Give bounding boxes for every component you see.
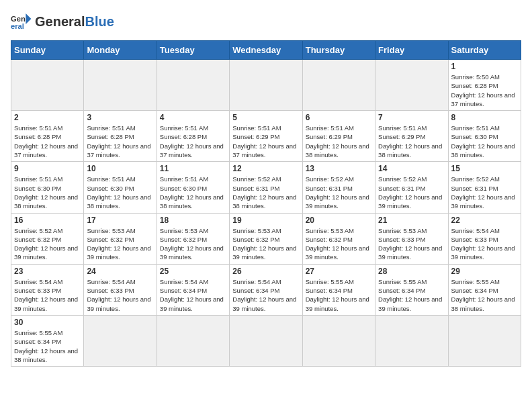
day-number: 23	[14, 267, 81, 276]
calendar-cell: 15Sunrise: 5:52 AMSunset: 6:31 PMDayligh…	[448, 162, 521, 213]
day-number: 2	[14, 113, 81, 122]
col-header-thursday: Thursday	[302, 41, 375, 60]
day-info: Sunrise: 5:52 AMSunset: 6:31 PMDaylight:…	[232, 175, 299, 210]
day-number: 7	[378, 113, 445, 122]
day-number: 16	[14, 216, 81, 225]
calendar-week-row: 1Sunrise: 5:50 AMSunset: 6:28 PMDaylight…	[11, 60, 521, 111]
calendar-cell: 18Sunrise: 5:53 AMSunset: 6:32 PMDayligh…	[157, 213, 229, 264]
day-info: Sunrise: 5:51 AMSunset: 6:30 PMDaylight:…	[160, 175, 226, 210]
calendar-cell: 13Sunrise: 5:52 AMSunset: 6:31 PMDayligh…	[302, 162, 375, 213]
calendar-cell: 19Sunrise: 5:53 AMSunset: 6:32 PMDayligh…	[230, 213, 302, 264]
calendar-cell: 29Sunrise: 5:55 AMSunset: 6:34 PMDayligh…	[448, 264, 521, 315]
day-number: 3	[87, 113, 153, 122]
day-info: Sunrise: 5:50 AMSunset: 6:28 PMDaylight:…	[451, 73, 518, 108]
calendar-cell: 22Sunrise: 5:54 AMSunset: 6:33 PMDayligh…	[448, 213, 521, 264]
day-number: 27	[306, 267, 372, 276]
calendar-cell: 24Sunrise: 5:54 AMSunset: 6:33 PMDayligh…	[84, 264, 157, 315]
day-number: 8	[451, 113, 518, 122]
calendar-cell: 20Sunrise: 5:53 AMSunset: 6:32 PMDayligh…	[302, 213, 375, 264]
calendar-cell	[84, 315, 157, 366]
day-info: Sunrise: 5:51 AMSunset: 6:30 PMDaylight:…	[87, 175, 153, 210]
calendar-cell: 30Sunrise: 5:55 AMSunset: 6:34 PMDayligh…	[11, 315, 84, 366]
day-info: Sunrise: 5:54 AMSunset: 6:33 PMDaylight:…	[451, 226, 518, 262]
day-number: 13	[306, 164, 372, 173]
day-info: Sunrise: 5:51 AMSunset: 6:28 PMDaylight:…	[160, 124, 226, 159]
day-info: Sunrise: 5:52 AMSunset: 6:31 PMDaylight:…	[378, 175, 445, 210]
logo: Gen eral GeneralBlue	[11, 11, 114, 32]
day-number: 9	[14, 164, 81, 173]
calendar-cell: 23Sunrise: 5:54 AMSunset: 6:33 PMDayligh…	[11, 264, 84, 315]
day-info: Sunrise: 5:51 AMSunset: 6:28 PMDaylight:…	[87, 124, 153, 159]
calendar-cell	[230, 315, 302, 366]
calendar-table: SundayMondayTuesdayWednesdayThursdayFrid…	[11, 40, 521, 367]
day-info: Sunrise: 5:54 AMSunset: 6:33 PMDaylight:…	[87, 277, 153, 313]
calendar-week-row: 23Sunrise: 5:54 AMSunset: 6:33 PMDayligh…	[11, 264, 521, 315]
day-info: Sunrise: 5:55 AMSunset: 6:34 PMDaylight:…	[306, 277, 372, 313]
calendar-cell: 17Sunrise: 5:53 AMSunset: 6:32 PMDayligh…	[84, 213, 157, 264]
logo-blue-text: Blue	[85, 14, 114, 29]
calendar-cell: 9Sunrise: 5:51 AMSunset: 6:30 PMDaylight…	[11, 162, 84, 213]
calendar-cell: 10Sunrise: 5:51 AMSunset: 6:30 PMDayligh…	[84, 162, 157, 213]
calendar-week-row: 16Sunrise: 5:52 AMSunset: 6:32 PMDayligh…	[11, 213, 521, 264]
day-number: 26	[232, 267, 299, 276]
calendar-cell	[375, 315, 448, 366]
day-info: Sunrise: 5:51 AMSunset: 6:28 PMDaylight:…	[14, 124, 81, 159]
calendar-cell: 4Sunrise: 5:51 AMSunset: 6:28 PMDaylight…	[157, 111, 229, 162]
calendar-cell: 27Sunrise: 5:55 AMSunset: 6:34 PMDayligh…	[302, 264, 375, 315]
day-number: 24	[87, 267, 153, 276]
calendar-cell	[302, 60, 375, 111]
day-number: 19	[232, 216, 299, 225]
col-header-friday: Friday	[375, 41, 448, 60]
day-info: Sunrise: 5:55 AMSunset: 6:34 PMDaylight:…	[378, 277, 445, 313]
calendar-cell: 8Sunrise: 5:51 AMSunset: 6:30 PMDaylight…	[448, 111, 521, 162]
calendar-cell: 6Sunrise: 5:51 AMSunset: 6:29 PMDaylight…	[302, 111, 375, 162]
day-number: 30	[14, 318, 81, 327]
day-info: Sunrise: 5:52 AMSunset: 6:31 PMDaylight:…	[306, 175, 372, 210]
day-info: Sunrise: 5:51 AMSunset: 6:30 PMDaylight:…	[14, 175, 81, 210]
day-number: 5	[232, 113, 299, 122]
day-info: Sunrise: 5:55 AMSunset: 6:34 PMDaylight:…	[451, 277, 518, 313]
day-number: 4	[160, 113, 226, 122]
day-number: 20	[306, 216, 372, 225]
day-info: Sunrise: 5:55 AMSunset: 6:34 PMDaylight:…	[14, 328, 81, 364]
day-info: Sunrise: 5:51 AMSunset: 6:29 PMDaylight:…	[378, 124, 445, 159]
col-header-tuesday: Tuesday	[157, 41, 229, 60]
day-info: Sunrise: 5:51 AMSunset: 6:29 PMDaylight:…	[306, 124, 372, 159]
calendar-cell: 11Sunrise: 5:51 AMSunset: 6:30 PMDayligh…	[157, 162, 229, 213]
day-number: 14	[378, 164, 445, 173]
calendar-cell: 16Sunrise: 5:52 AMSunset: 6:32 PMDayligh…	[11, 213, 84, 264]
col-header-sunday: Sunday	[11, 41, 84, 60]
svg-marker-2	[26, 13, 31, 24]
calendar-header-row: SundayMondayTuesdayWednesdayThursdayFrid…	[11, 41, 521, 60]
day-number: 17	[87, 216, 153, 225]
day-number: 12	[232, 164, 299, 173]
calendar-cell: 3Sunrise: 5:51 AMSunset: 6:28 PMDaylight…	[84, 111, 157, 162]
day-info: Sunrise: 5:53 AMSunset: 6:32 PMDaylight:…	[306, 226, 372, 262]
calendar-cell: 28Sunrise: 5:55 AMSunset: 6:34 PMDayligh…	[375, 264, 448, 315]
calendar-cell	[375, 60, 448, 111]
svg-text:eral: eral	[11, 22, 24, 30]
col-header-wednesday: Wednesday	[230, 41, 302, 60]
calendar-cell	[157, 315, 229, 366]
calendar-cell: 26Sunrise: 5:54 AMSunset: 6:34 PMDayligh…	[230, 264, 302, 315]
day-info: Sunrise: 5:54 AMSunset: 6:33 PMDaylight:…	[14, 277, 81, 313]
day-number: 15	[451, 164, 518, 173]
day-info: Sunrise: 5:53 AMSunset: 6:32 PMDaylight:…	[232, 226, 299, 262]
calendar-cell	[11, 60, 84, 111]
calendar-week-row: 2Sunrise: 5:51 AMSunset: 6:28 PMDaylight…	[11, 111, 521, 162]
day-number: 21	[378, 216, 445, 225]
day-info: Sunrise: 5:53 AMSunset: 6:32 PMDaylight:…	[87, 226, 153, 262]
day-number: 6	[306, 113, 372, 122]
day-info: Sunrise: 5:52 AMSunset: 6:31 PMDaylight:…	[451, 175, 518, 210]
day-info: Sunrise: 5:51 AMSunset: 6:29 PMDaylight:…	[232, 124, 299, 159]
day-number: 10	[87, 164, 153, 173]
day-number: 1	[451, 62, 518, 71]
calendar-cell	[302, 315, 375, 366]
day-info: Sunrise: 5:51 AMSunset: 6:30 PMDaylight:…	[451, 124, 518, 159]
day-number: 11	[160, 164, 226, 173]
calendar-cell: 7Sunrise: 5:51 AMSunset: 6:29 PMDaylight…	[375, 111, 448, 162]
logo-icon: Gen eral	[11, 11, 32, 32]
calendar-cell: 14Sunrise: 5:52 AMSunset: 6:31 PMDayligh…	[375, 162, 448, 213]
calendar-cell	[84, 60, 157, 111]
calendar-cell: 12Sunrise: 5:52 AMSunset: 6:31 PMDayligh…	[230, 162, 302, 213]
